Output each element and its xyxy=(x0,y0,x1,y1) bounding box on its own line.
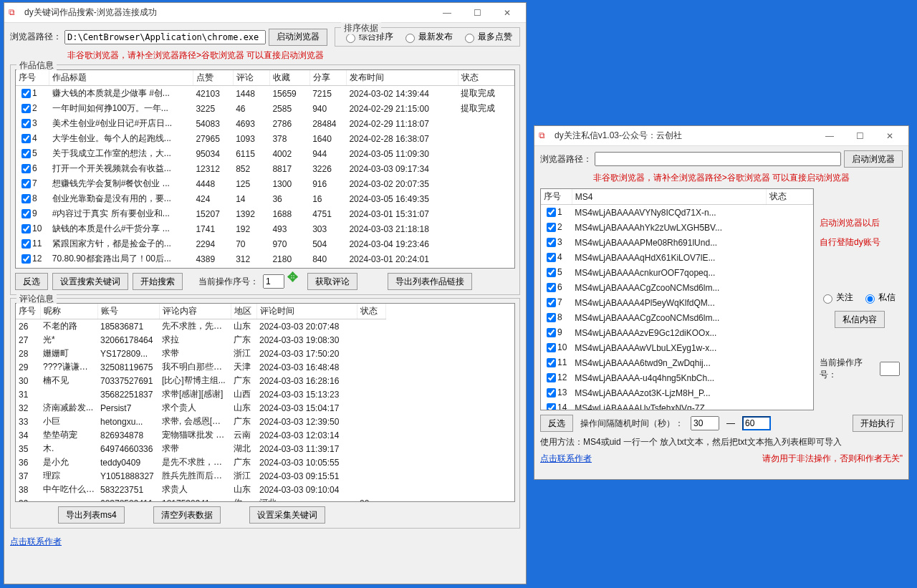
table-row[interactable]: 26不老的路185836871先不求胜，先不...山东2024-03-03 20… xyxy=(16,319,514,334)
cur-op-input[interactable] xyxy=(880,362,900,376)
table-row[interactable]: 5MS4wLjABAAAAcnkurOOF7qopeq... xyxy=(541,265,813,280)
sort-opt-1[interactable]: 最新发布 xyxy=(402,31,453,43)
row-checkbox[interactable] xyxy=(547,208,556,217)
table-row[interactable]: 27光*32066178464求拉广东2024-03-03 19:08:30 xyxy=(16,333,514,347)
table-row[interactable]: 4MS4wLjABAAAAqHdX61KiLOV7lE... xyxy=(541,250,813,265)
row-checkbox[interactable] xyxy=(547,328,556,337)
row-checkbox[interactable] xyxy=(547,223,556,232)
table-row[interactable]: 35木.64974660336求带湖北2024-03-03 11:39:17 xyxy=(16,442,514,456)
table-row[interactable]: 1330多岁女性创业，最适合的三...31126961422024-03-04 … xyxy=(16,266,514,269)
export-links-button[interactable]: 导出列表作品链接 xyxy=(388,273,472,290)
table-row[interactable]: 9MS4wLjABAAAAzvE9Gc12diKOOx... xyxy=(541,325,813,340)
row-checkbox[interactable] xyxy=(21,89,31,98)
row-checkbox[interactable] xyxy=(21,254,31,264)
sort-opt-2[interactable]: 最多点赞 xyxy=(461,31,512,43)
row-checkbox[interactable] xyxy=(21,179,31,188)
table-row[interactable]: 38中午吃什么@583223751求贵人山东2024-03-03 09:10:0… xyxy=(16,483,514,496)
row-checkbox[interactable] xyxy=(21,119,31,128)
col-header[interactable]: 序号 xyxy=(541,189,572,205)
radio-dm[interactable]: 私信 xyxy=(862,291,896,304)
table-row[interactable]: 12MS4wLjABAAAA-u4q4hng5KnbCh... xyxy=(541,370,813,385)
row-checkbox[interactable] xyxy=(547,358,556,367)
col-header[interactable]: 状态 xyxy=(766,189,812,205)
start-search-button[interactable]: 开始搜索 xyxy=(133,273,183,290)
row-checkbox[interactable] xyxy=(547,313,556,322)
table-row[interactable]: 4大学生创业。每个人的起跑线...27965109337816402024-02… xyxy=(16,131,514,146)
table-row[interactable]: 3MS4wLjABAAAAPMe08Rh691lUnd... xyxy=(541,235,813,250)
table-row[interactable]: 30楠不见70337527691[比心]帮博主组...广东2024-03-03 … xyxy=(16,374,514,387)
table-row[interactable]: 29????谦谦君子32508119675我不明白那些在...天津2024-03… xyxy=(16,360,514,374)
ms4-list[interactable]: 序号MS4状态1MS4wLjABAAAAVYNy8ICQd71X-n...2MS… xyxy=(540,188,814,410)
col-header[interactable]: 作品标题 xyxy=(49,70,193,86)
col-header[interactable]: 评论 xyxy=(233,70,269,86)
table-row[interactable]: 3美术生创业#创业日记#开店日...5408346932786284842024… xyxy=(16,116,514,131)
titlebar[interactable]: ⧉ dy关注私信v1.03-公众号：云创社 — ☐ ✕ xyxy=(534,126,908,146)
table-row[interactable]: 37理踪Y1051888327胜兵先胜而后求...浙江2024-03-03 09… xyxy=(16,469,514,483)
set-keywords-button[interactable]: 设置搜索关键词 xyxy=(52,273,128,290)
col-header[interactable]: 昵称 xyxy=(40,304,97,319)
launch-browser-button[interactable]: 启动浏览器 xyxy=(844,150,903,168)
row-checkbox[interactable] xyxy=(21,134,31,143)
invert-select-button[interactable]: 反选 xyxy=(540,415,573,432)
set-collect-kw-button[interactable]: 设置采集关键词 xyxy=(249,506,325,524)
row-checkbox[interactable] xyxy=(21,164,31,173)
col-header[interactable]: 点赞 xyxy=(193,70,233,86)
dm-content-button[interactable]: 私信内容 xyxy=(835,311,885,328)
browser-path-input[interactable] xyxy=(64,30,266,44)
clear-list-button[interactable]: 清空列表数据 xyxy=(153,506,221,524)
maximize-button[interactable]: ☐ xyxy=(463,5,491,21)
row-checkbox[interactable] xyxy=(547,298,556,307)
row-checkbox[interactable] xyxy=(21,104,31,113)
table-row[interactable]: 39623785294111217530941你如果事情都不...河北2024-… xyxy=(16,496,514,502)
row-checkbox[interactable] xyxy=(547,343,556,352)
col-header[interactable]: 地区 xyxy=(231,304,256,319)
launch-browser-button[interactable]: 启动浏览器 xyxy=(269,29,327,46)
table-row[interactable]: 8MS4wLjABAAAACgZcooNCMsd6lm... xyxy=(541,310,813,325)
table-row[interactable]: 5关于我成立工作室的想法，大...95034611540029442024-03… xyxy=(16,146,514,161)
contact-author-link[interactable]: 点击联系作者 xyxy=(540,453,592,465)
row-checkbox[interactable] xyxy=(547,268,556,277)
table-row[interactable]: 1270.80.90都套路出局了！00后...43893122180840202… xyxy=(16,251,514,266)
col-header[interactable]: 发布时间 xyxy=(346,70,458,86)
table-row[interactable]: 36是小允teddy0409是先不求胜，先...广东2024-03-03 10:… xyxy=(16,456,514,469)
col-header[interactable]: 序号 xyxy=(16,70,49,86)
radio-follow[interactable]: 关注 xyxy=(820,291,853,304)
row-checkbox[interactable] xyxy=(547,403,556,410)
table-row[interactable]: 7想赚钱先学会复制#餐饮创业 ...444812513009162024-03-… xyxy=(16,176,514,191)
table-row[interactable]: 11MS4wLjABAAAA6twd9n_ZwDqhij... xyxy=(541,355,813,370)
table-row[interactable]: 7MS4wLjABAAAA4Pl5eyWqKlfdQM... xyxy=(541,295,813,310)
row-checkbox[interactable] xyxy=(21,209,31,218)
titlebar[interactable]: ⧉ dy关键词作品搜索-浏览器连接成功 — ☐ ✕ xyxy=(4,3,526,23)
table-row[interactable]: 10缺钱的本质是什么#干货分享 ...17411924933032024-03-… xyxy=(16,221,514,236)
invert-select-button[interactable]: 反选 xyxy=(15,273,48,290)
col-header[interactable]: 序号 xyxy=(16,304,40,319)
table-row[interactable]: 11紧跟国家方针，都是捡金子的...2294709705042024-03-04… xyxy=(16,236,514,251)
table-row[interactable]: 34垫垫萌宠826934878宠物猫咪批发 寻...云南2024-03-03 1… xyxy=(16,428,514,442)
works-list[interactable]: 序号作品标题点赞评论收藏分享发布时间状态1赚大钱的本质就是少做事 #创...42… xyxy=(15,69,515,269)
table-row[interactable]: 1赚大钱的本质就是少做事 #创...4210314481565972152024… xyxy=(16,86,514,102)
row-checkbox[interactable] xyxy=(21,239,31,249)
col-header[interactable]: 收藏 xyxy=(269,70,309,86)
interval-min-input[interactable] xyxy=(691,416,719,430)
table-row[interactable]: 28姗姗町YS172809...求带浙江2024-03-03 17:50:20 xyxy=(16,347,514,360)
minimize-button[interactable]: — xyxy=(433,5,461,21)
col-header[interactable]: 评论时间 xyxy=(256,304,357,319)
start-execute-button[interactable]: 开始执行 xyxy=(853,415,903,432)
table-row[interactable]: 32济南减龄发...Persist7求个贵人山东2024-03-03 15:04… xyxy=(16,401,514,415)
col-header[interactable]: 状态 xyxy=(458,70,514,86)
cur-op-input[interactable] xyxy=(263,274,284,289)
table-row[interactable]: 2MS4wLjABAAAAhYk2zUwLXGH5BV... xyxy=(541,220,813,235)
export-ms4-button[interactable]: 导出列表ms4 xyxy=(58,506,125,524)
row-checkbox[interactable] xyxy=(547,388,556,397)
row-checkbox[interactable] xyxy=(547,283,556,292)
table-row[interactable]: 10MS4wLjABAAAAwVLbuLXEyg1w-x... xyxy=(541,340,813,355)
browser-path-input[interactable] xyxy=(595,152,841,166)
table-row[interactable]: 13MS4wLjABAAAAzot3K-LjzM8H_P... xyxy=(541,385,813,400)
table-row[interactable]: 2一年时间如何挣100万。一年...32254625859402024-02-2… xyxy=(16,101,514,116)
close-button[interactable]: ✕ xyxy=(875,128,904,144)
col-header[interactable]: 状态 xyxy=(357,304,385,319)
get-comments-button[interactable]: 获取评论 xyxy=(307,273,357,290)
col-header[interactable]: 账号 xyxy=(97,304,159,319)
row-checkbox[interactable] xyxy=(547,238,556,247)
interval-max-input[interactable] xyxy=(742,416,771,430)
